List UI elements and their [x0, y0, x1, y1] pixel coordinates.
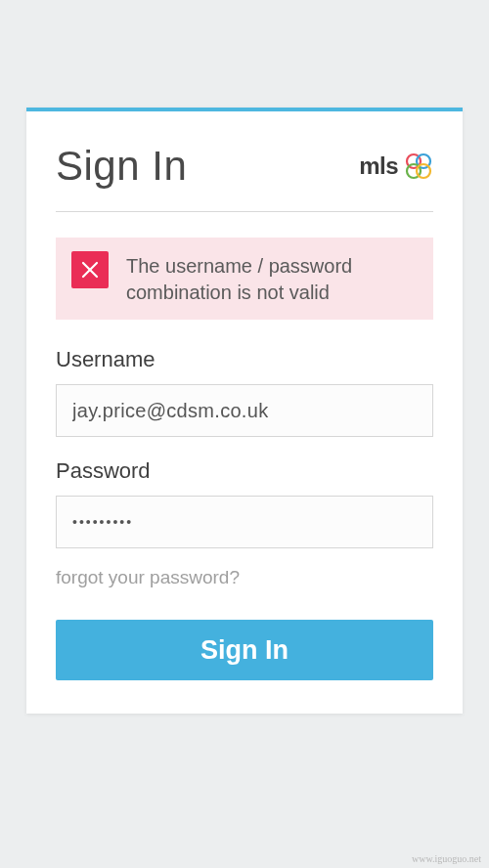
error-alert: The username / password combination is n…: [56, 238, 433, 320]
svg-point-3: [417, 164, 430, 178]
divider: [56, 211, 433, 212]
brand-logo: mls: [359, 152, 433, 181]
signin-button[interactable]: Sign In: [56, 620, 433, 680]
username-label: Username: [56, 347, 433, 372]
password-label: Password: [56, 458, 433, 484]
signin-card: Sign In mls The username / password comb…: [26, 108, 463, 714]
error-icon: [71, 251, 109, 288]
password-input[interactable]: [56, 496, 433, 548]
username-field-group: Username: [56, 347, 433, 437]
page-title: Sign In: [56, 143, 187, 190]
password-field-group: Password: [56, 458, 433, 548]
watermark-text: www.iguoguo.net: [412, 853, 481, 864]
forgot-password-link[interactable]: forgot your password?: [56, 567, 240, 588]
logo-rings-icon: [404, 152, 433, 181]
username-input[interactable]: [56, 384, 433, 437]
card-header: Sign In mls: [56, 143, 433, 190]
error-message: The username / password combination is n…: [126, 251, 418, 306]
logo-text: mls: [359, 152, 398, 180]
